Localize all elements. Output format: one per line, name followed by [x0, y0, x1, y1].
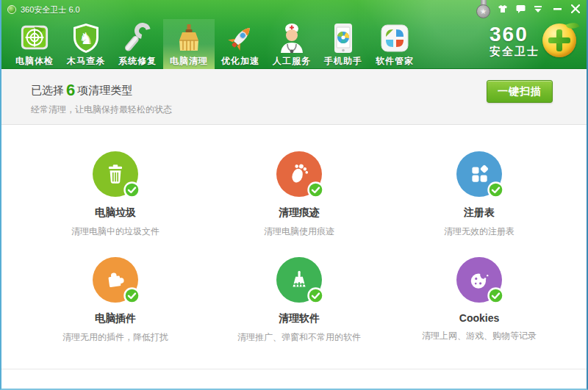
selected-count: 6: [64, 81, 77, 99]
brand-360-text: 360: [490, 24, 539, 45]
svg-text:♞: ♞: [79, 29, 93, 48]
item-desc: 清理电脑使用痕迹: [264, 225, 334, 238]
check-badge-icon: [307, 181, 324, 198]
brand-sphere-icon: [542, 24, 576, 57]
selected-summary: 已选择6项清理类型: [31, 81, 132, 100]
tab-computer-cleanup[interactable]: 电脑清理: [163, 19, 215, 69]
app-logo-icon: [7, 5, 16, 14]
check-badge-icon: [123, 287, 140, 304]
item-desc: 清理无用的插件，降低打扰: [62, 331, 168, 344]
tab-label: 木马查杀: [67, 55, 105, 68]
item-title: 清理痕迹: [279, 206, 320, 220]
tab-label: 手机助手: [324, 55, 362, 68]
app-chrome: 360安全卫士 6.0 ★: [1, 0, 587, 69]
header-subtitle: 经常清理，让电脑保持最轻松的状态: [31, 104, 172, 116]
tab-phone-assistant[interactable]: 手机助手: [318, 19, 369, 69]
brand-subtitle-text: 安全卫士: [490, 46, 539, 57]
cleanup-item-software[interactable]: 清理软件 清理推广、弹窗和不常用的软件: [207, 257, 391, 345]
cleanup-grid: 电脑垃圾 清理电脑中的垃圾文件: [1, 125, 587, 345]
skin-icon[interactable]: [495, 3, 510, 15]
brand-logo: 360 安全卫士: [490, 24, 576, 57]
cleanup-content: 电脑垃圾 清理电脑中的垃圾文件: [1, 125, 587, 389]
main-menu-icon[interactable]: [531, 3, 545, 15]
tab-label: 电脑体检: [15, 55, 54, 68]
rocket-icon: [223, 22, 257, 54]
cleanup-item-plugins[interactable]: 电脑插件 清理无用的插件，降低打扰: [24, 257, 207, 345]
item-title: 电脑垃圾: [95, 206, 136, 220]
phone-icon: [326, 22, 360, 54]
tab-label: 人工服务: [273, 55, 311, 68]
item-title: 注册表: [464, 206, 495, 220]
feedback-icon[interactable]: [513, 3, 528, 15]
tab-trojan-scan[interactable]: ♞ 木马查杀: [60, 19, 112, 69]
tab-optimize-speedup[interactable]: 优化加速: [215, 19, 266, 69]
app-window: 360安全卫士 6.0 ★: [0, 0, 588, 390]
item-desc: 清理推广、弹窗和不常用的软件: [237, 331, 361, 344]
tab-label: 系统修复: [118, 55, 157, 68]
item-title: Cookies: [459, 312, 499, 324]
check-badge-icon: [487, 181, 504, 198]
item-desc: 清理上网、游戏、购物等记录: [422, 330, 537, 342]
tab-system-repair[interactable]: 系统修复: [112, 19, 163, 69]
minimize-icon[interactable]: [550, 3, 564, 15]
broom-tab-icon: [172, 22, 206, 54]
nav-tabs: 电脑体检 ♞ 木马查杀: [9, 19, 420, 69]
item-desc: 清理无效的注册表: [444, 225, 514, 238]
shield-horse-icon: ♞: [69, 22, 103, 54]
item-desc: 清理电脑中的垃圾文件: [71, 225, 159, 238]
item-title: 电脑插件: [95, 312, 136, 325]
item-title: 清理软件: [279, 312, 320, 325]
check-badge-icon: [307, 287, 324, 304]
software-grid-icon: [378, 22, 412, 54]
wrench-icon: [121, 22, 154, 54]
check-badge-icon: [487, 287, 504, 304]
medal-badge-icon[interactable]: ★: [476, 0, 492, 22]
bottom-divider: [1, 369, 587, 369]
tab-manual-service[interactable]: 人工服务: [266, 19, 318, 69]
cleanup-header: 已选择6项清理类型 经常清理，让电脑保持最轻松的状态 一键扫描: [1, 69, 587, 125]
cleanup-item-cookies[interactable]: Cookies 清理上网、游戏、购物等记录: [391, 257, 567, 345]
cleanup-item-registry[interactable]: 注册表 清理无效的注册表: [391, 151, 567, 239]
one-click-scan-button[interactable]: 一键扫描: [487, 80, 553, 103]
tab-label: 优化加速: [221, 55, 259, 68]
tab-software-manager[interactable]: 软件管家: [369, 19, 420, 69]
radar-icon: [18, 22, 51, 54]
doctor-icon: [275, 22, 309, 54]
window-title: 360安全卫士 6.0: [21, 4, 80, 15]
tab-label: 电脑清理: [170, 55, 208, 68]
cleanup-item-computer-junk[interactable]: 电脑垃圾 清理电脑中的垃圾文件: [24, 151, 207, 239]
tab-label: 软件管家: [376, 55, 414, 68]
check-badge-icon: [123, 181, 140, 198]
close-icon[interactable]: [568, 3, 583, 15]
cleanup-item-traces[interactable]: 清理痕迹 清理电脑使用痕迹: [207, 151, 391, 239]
tab-computer-checkup[interactable]: 电脑体检: [9, 19, 60, 69]
titlebar: 360安全卫士 6.0 ★: [1, 0, 587, 19]
